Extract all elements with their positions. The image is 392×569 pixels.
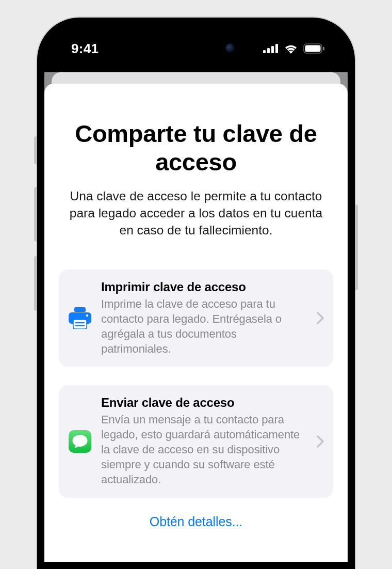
page-title: Comparte tu clave de acceso	[59, 120, 333, 176]
send-option-content: Enviar clave de acceso Envía un mensaje …	[101, 396, 307, 487]
status-time: 9:41	[71, 41, 99, 57]
phone-frame: 9:41	[37, 18, 355, 569]
send-option-description: Envía un mensaje a tu contacto para lega…	[101, 412, 307, 487]
phone-screen: 9:41	[44, 25, 348, 562]
dynamic-island	[147, 34, 245, 62]
page-subtitle: Una clave de acceso le permite a tu cont…	[59, 187, 333, 239]
svg-rect-7	[74, 307, 86, 312]
send-access-key-option[interactable]: Enviar clave de acceso Envía un mensaje …	[59, 385, 333, 497]
svg-rect-3	[275, 44, 278, 53]
svg-rect-0	[263, 50, 266, 53]
chevron-right-icon	[317, 435, 324, 448]
share-access-key-sheet: Comparte tu clave de acceso Una clave de…	[44, 84, 348, 562]
printer-icon	[68, 307, 92, 329]
get-details-link[interactable]: Obtén detalles...	[59, 514, 333, 529]
send-option-title: Enviar clave de acceso	[101, 396, 307, 410]
chevron-right-icon	[317, 312, 324, 324]
svg-point-9	[86, 314, 88, 317]
print-option-description: Imprime la clave de acceso para tu conta…	[101, 296, 307, 356]
cellular-signal-icon	[263, 44, 279, 53]
modal-backdrop: Comparte tu clave de acceso Una clave de…	[44, 72, 348, 562]
status-icons	[263, 43, 325, 54]
svg-rect-1	[267, 48, 270, 53]
messages-icon	[68, 430, 92, 453]
battery-icon	[303, 43, 325, 54]
print-access-key-option[interactable]: Imprimir clave de acceso Imprime la clav…	[59, 270, 333, 367]
print-option-content: Imprimir clave de acceso Imprime la clav…	[101, 280, 307, 356]
svg-rect-2	[271, 46, 274, 53]
print-option-title: Imprimir clave de acceso	[101, 280, 307, 294]
front-camera	[225, 43, 235, 53]
svg-rect-5	[305, 45, 321, 52]
svg-rect-10	[73, 320, 87, 329]
wifi-icon	[284, 43, 298, 54]
svg-rect-6	[323, 47, 324, 51]
